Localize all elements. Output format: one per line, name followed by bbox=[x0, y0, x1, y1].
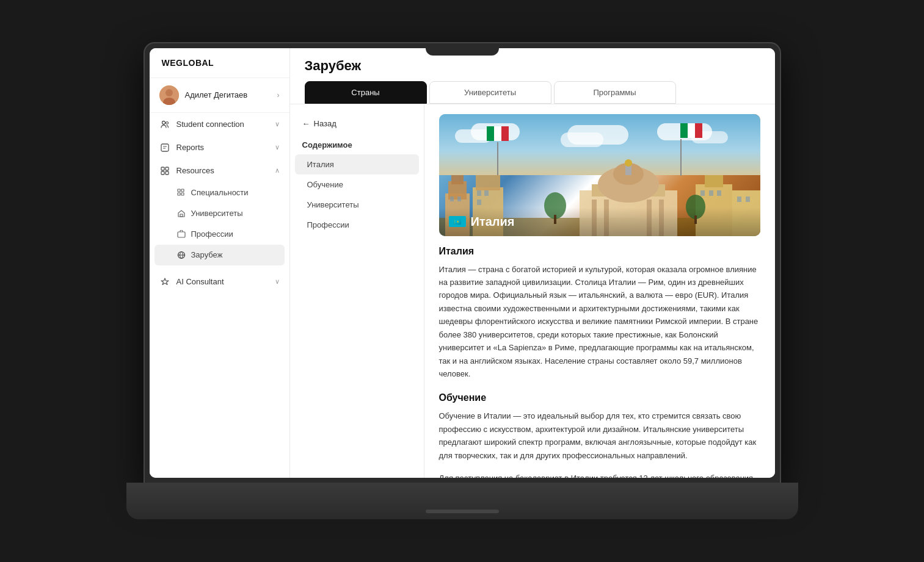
section-text-italia: Италия — страна с богатой историей и кул… bbox=[439, 263, 760, 381]
university-icon bbox=[176, 209, 186, 218]
svg-rect-14 bbox=[178, 193, 180, 195]
back-arrow-icon: ← bbox=[302, 119, 310, 128]
app-logo: WEGLOBAL bbox=[150, 48, 289, 78]
svg-rect-5 bbox=[161, 144, 169, 151]
svg-rect-29 bbox=[484, 190, 489, 196]
sidebar-item-specialties[interactable]: Специальности bbox=[150, 182, 289, 203]
svg-point-1 bbox=[166, 89, 173, 96]
globe-icon bbox=[176, 250, 186, 260]
svg-rect-17 bbox=[178, 232, 185, 237]
resources-icon bbox=[159, 165, 170, 176]
svg-rect-25 bbox=[476, 175, 500, 190]
user-chevron-icon: › bbox=[277, 91, 280, 99]
tab-countries[interactable]: Страны bbox=[305, 81, 427, 104]
ai-icon bbox=[159, 276, 170, 287]
page-header: Зарубеж Страны Университеты Программы bbox=[290, 48, 775, 104]
svg-rect-42 bbox=[705, 175, 723, 187]
nav-item-student-connection[interactable]: Student connection ∨ bbox=[150, 113, 289, 136]
tabs-bar: Страны Университеты Программы bbox=[305, 81, 760, 104]
svg-rect-47 bbox=[700, 190, 705, 196]
svg-rect-11 bbox=[166, 171, 169, 175]
svg-point-4 bbox=[166, 121, 168, 124]
reports-icon bbox=[159, 142, 170, 153]
user-profile[interactable]: Адилет Дегитаев › bbox=[150, 78, 289, 113]
svg-point-3 bbox=[162, 121, 165, 124]
sidebar-item-professions[interactable]: Профессии bbox=[150, 224, 289, 245]
sub-label-universities: Университеты bbox=[191, 209, 243, 218]
svg-rect-30 bbox=[477, 200, 481, 205]
svg-rect-8 bbox=[161, 167, 164, 170]
main-content: Зарубеж Страны Университеты Программы ← bbox=[290, 48, 775, 478]
toc-item-universitety[interactable]: Университеты bbox=[295, 195, 419, 215]
hero-image: 🇰🇿 Италия bbox=[439, 114, 760, 236]
section-obuchenie: Обучение Обучение в Италии — это идеальн… bbox=[439, 392, 760, 477]
svg-rect-9 bbox=[166, 167, 169, 170]
avatar bbox=[159, 85, 179, 105]
svg-rect-13 bbox=[181, 189, 184, 192]
profession-icon bbox=[176, 229, 186, 239]
tab-programs[interactable]: Программы bbox=[554, 81, 676, 104]
section-title-italia: Италия bbox=[439, 246, 760, 257]
svg-rect-28 bbox=[477, 190, 481, 196]
grid-icon bbox=[176, 188, 186, 198]
svg-rect-51 bbox=[746, 196, 750, 202]
toc-item-professii[interactable]: Профессии bbox=[295, 215, 419, 235]
chevron-down-icon: ∨ bbox=[275, 120, 280, 128]
svg-rect-49 bbox=[717, 190, 721, 196]
contents-label: Содержимое bbox=[290, 138, 424, 154]
sub-label-specialties: Специальности bbox=[191, 188, 249, 197]
content-area: ← Назад Содержимое Италия Обучение Униве… bbox=[290, 104, 775, 478]
svg-rect-15 bbox=[181, 193, 184, 195]
svg-rect-12 bbox=[178, 189, 180, 192]
toc-item-italia[interactable]: Италия bbox=[295, 154, 419, 175]
sidebar: WEGLOBAL Адилет Дегитаев › bbox=[150, 48, 290, 478]
page-title: Зарубеж bbox=[305, 58, 760, 74]
chevron-up-icon: ∧ bbox=[275, 167, 280, 175]
back-button[interactable]: ← Назад bbox=[290, 114, 424, 133]
sub-label-abroad: Зарубеж bbox=[191, 250, 223, 259]
svg-rect-26 bbox=[450, 196, 454, 201]
nav-label-reports: Reports bbox=[176, 143, 275, 152]
svg-rect-16 bbox=[180, 214, 183, 217]
svg-rect-23 bbox=[451, 175, 464, 184]
article-content: 🇰🇿 Италия Италия Италия — страна с богат… bbox=[424, 104, 775, 478]
chevron-down-icon-2: ∨ bbox=[275, 143, 280, 151]
svg-rect-27 bbox=[457, 196, 461, 201]
nav-item-reports[interactable]: Reports ∨ bbox=[150, 136, 289, 159]
left-panel: ← Назад Содержимое Италия Обучение Униве… bbox=[290, 104, 424, 478]
nav-label-resources: Resources bbox=[176, 166, 275, 175]
svg-rect-48 bbox=[709, 190, 713, 196]
section-title-obuchenie: Обучение bbox=[439, 392, 760, 403]
sidebar-item-abroad[interactable]: Зарубеж bbox=[155, 245, 285, 265]
nav-label-ai-consultant: AI Consultant bbox=[176, 277, 275, 286]
nav-item-ai-consultant[interactable]: AI Consultant ∨ bbox=[150, 270, 289, 294]
hero-overlay-text: 🇰🇿 Италия bbox=[439, 207, 760, 236]
people-icon bbox=[159, 119, 170, 130]
section-text-obuchenie-2: Для поступления на бакалавриат в Италии … bbox=[439, 472, 760, 477]
nav-label-student-connection: Student connection bbox=[176, 120, 275, 129]
section-italia: Италия Италия — страна с богатой историе… bbox=[439, 246, 760, 381]
sidebar-item-universities[interactable]: Университеты bbox=[150, 203, 289, 224]
svg-point-36 bbox=[625, 159, 632, 167]
nav-item-resources[interactable]: Resources ∧ bbox=[150, 159, 289, 182]
toc-item-obuchenie[interactable]: Обучение bbox=[295, 175, 419, 195]
sub-label-professions: Профессии bbox=[191, 229, 233, 239]
svg-rect-10 bbox=[161, 171, 164, 175]
chevron-down-icon-3: ∨ bbox=[275, 278, 280, 286]
svg-rect-50 bbox=[737, 196, 741, 202]
kz-flag: 🇰🇿 bbox=[449, 216, 466, 227]
user-name: Адилет Дегитаев bbox=[185, 90, 277, 99]
section-text-obuchenie-1: Обучение в Италии — это идеальный выбор … bbox=[439, 409, 760, 462]
tab-universities[interactable]: Университеты bbox=[429, 81, 551, 104]
